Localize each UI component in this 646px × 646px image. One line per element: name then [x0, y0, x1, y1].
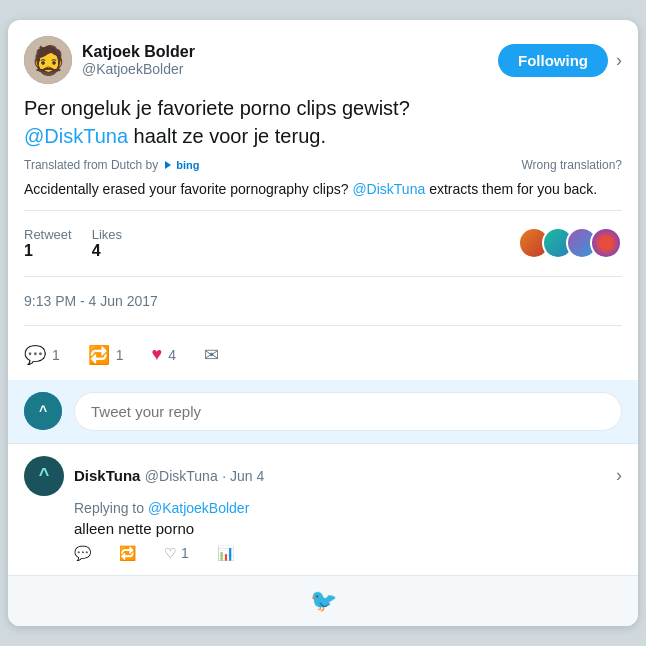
reply-user-details: DiskTuna @DiskTuna · Jun 4 — [74, 467, 264, 485]
reply-reply-action[interactable]: 💬 — [74, 545, 91, 561]
reply-user-info: ^ DiskTuna @DiskTuna · Jun 4 — [24, 456, 264, 496]
svg-marker-0 — [165, 161, 171, 169]
actions-divider — [24, 325, 622, 326]
reply-avatar-image: ^ — [24, 392, 62, 430]
avatar[interactable]: 🧔 — [24, 36, 72, 84]
retweet-action-count: 1 — [116, 347, 124, 363]
main-tweet-area: 🧔 Katjoek Bolder @KatjoekBolder Followin… — [8, 20, 638, 380]
heart-icon: ♥ — [152, 344, 163, 365]
reply-chevron-icon[interactable]: › — [616, 465, 622, 486]
reply-dot: · — [222, 468, 230, 484]
retweet-action[interactable]: 🔁 1 — [88, 344, 124, 366]
user-handle[interactable]: @KatjoekBolder — [82, 61, 195, 77]
reply-tweet-text: alleen nette porno — [24, 520, 622, 537]
retweet-label: Retweet — [24, 227, 72, 242]
follow-button[interactable]: Following — [498, 44, 608, 77]
reply-icon: 💬 — [24, 344, 46, 366]
reply-reply-icon: 💬 — [74, 545, 91, 561]
avatar-stack — [518, 227, 622, 259]
like-action-count: 4 — [168, 347, 176, 363]
likes-count: 4 — [92, 242, 101, 260]
reply-area: ^ — [8, 380, 638, 443]
twitter-logo-icon: 🐦 — [310, 588, 337, 613]
reply-retweet-icon: 🔁 — [119, 545, 136, 561]
translated-text: Accidentally erased your favorite pornog… — [24, 180, 622, 200]
reply-date: Jun 4 — [230, 468, 264, 484]
timestamp: 9:13 PM - 4 Jun 2017 — [24, 285, 622, 317]
bing-arrow-icon — [162, 159, 174, 171]
reply-like-action[interactable]: ♡ 1 — [164, 545, 189, 561]
stats-divider — [24, 210, 622, 211]
mail-action[interactable]: ✉ — [204, 344, 219, 366]
reply-heart-icon: ♡ — [164, 545, 177, 561]
reply-count: 1 — [52, 347, 60, 363]
replying-to: Replying to @KatjoekBolder — [24, 500, 622, 516]
reply-action[interactable]: 💬 1 — [24, 344, 60, 366]
reply-retweet-action[interactable]: 🔁 — [119, 545, 136, 561]
retweet-icon: 🔁 — [88, 344, 110, 366]
bing-label: bing — [176, 159, 199, 171]
reply-tweet: ^ DiskTuna @DiskTuna · Jun 4 › Replying … — [8, 443, 638, 575]
chevron-down-icon[interactable]: › — [616, 50, 622, 71]
disktuna-mention[interactable]: @DiskTuna — [24, 125, 128, 147]
tweet-card: 🧔 Katjoek Bolder @KatjoekBolder Followin… — [8, 20, 638, 626]
footer: 🐦 — [8, 575, 638, 626]
reply-stats-action[interactable]: 📊 — [217, 545, 234, 561]
header-right: Following › — [498, 44, 622, 77]
reply-user-handle[interactable]: @DiskTuna — [145, 468, 218, 484]
like-action[interactable]: ♥ 4 — [152, 344, 176, 365]
likes-stat[interactable]: Likes 4 — [92, 227, 122, 260]
retweet-stat[interactable]: Retweet 1 — [24, 227, 72, 260]
reply-bar-chart-icon: 📊 — [217, 545, 234, 561]
reply-user-avatar: ^ — [24, 392, 62, 430]
wrong-translation-link[interactable]: Wrong translation? — [522, 158, 623, 172]
translation-bar: Translated from Dutch by bing Wrong tran… — [24, 158, 622, 172]
reply-input[interactable] — [74, 392, 622, 431]
likes-label: Likes — [92, 227, 122, 242]
user-name: Katjoek Bolder — [82, 43, 195, 61]
timestamp-divider — [24, 276, 622, 277]
mail-icon: ✉ — [204, 344, 219, 366]
translated-mention[interactable]: @DiskTuna — [352, 181, 425, 197]
avatar-image: 🧔 — [24, 36, 72, 84]
retweet-count: 1 — [24, 242, 33, 260]
user-info: 🧔 Katjoek Bolder @KatjoekBolder — [24, 36, 195, 84]
reply-tweet-header: ^ DiskTuna @DiskTuna · Jun 4 › — [24, 456, 622, 496]
replying-to-mention[interactable]: @KatjoekBolder — [148, 500, 249, 516]
reply-user-name[interactable]: DiskTuna — [74, 467, 140, 484]
liker-avatar-4 — [590, 227, 622, 259]
translation-source: Translated from Dutch by bing — [24, 158, 200, 172]
reply-tweet-avatar[interactable]: ^ — [24, 456, 64, 496]
tweet-header: 🧔 Katjoek Bolder @KatjoekBolder Followin… — [24, 36, 622, 84]
reply-like-count: 1 — [181, 545, 189, 561]
action-row: 💬 1 🔁 1 ♥ 4 ✉ — [24, 334, 622, 380]
stats-row: Retweet 1 Likes 4 — [24, 219, 622, 268]
tweet-dutch-text: Per ongeluk je favoriete porno clips gew… — [24, 94, 622, 150]
reply-actions: 💬 🔁 ♡ 1 📊 — [24, 545, 622, 561]
user-details: Katjoek Bolder @KatjoekBolder — [82, 43, 195, 77]
